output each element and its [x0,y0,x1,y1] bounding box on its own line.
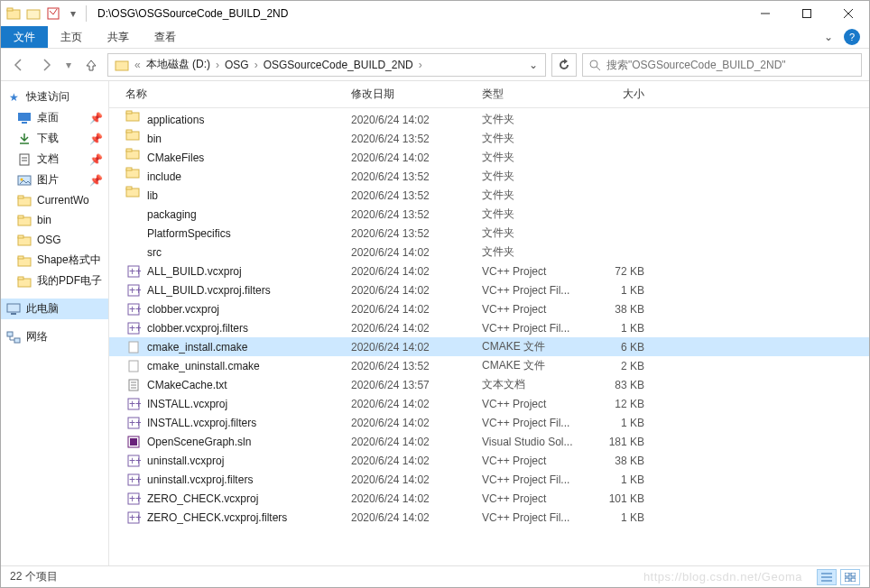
quick-access[interactable]: ★ 快速访问 [1,87,108,107]
ribbon-tab-share[interactable]: 共享 [95,26,142,48]
address-bar[interactable]: « 本地磁盘 (D:) › OSG › OSGSourceCode_BUILD_… [107,53,546,77]
file-type: CMAKE 文件 [482,339,581,354]
file-date: 2020/6/24 14:02 [351,492,482,505]
file-icon [125,378,142,392]
qat-properties-icon[interactable] [46,6,60,21]
up-button[interactable] [80,54,102,76]
column-name[interactable]: 名称 [125,87,351,102]
file-row[interactable]: ++INSTALL.vcxproj2020/6/24 14:02VC++ Pro… [109,394,869,413]
sidebar-item-label: Shape格式中 [37,253,101,268]
breadcrumb-chevron[interactable]: › [418,59,423,71]
file-icon: ++ [125,416,142,430]
file-row[interactable]: packaging2020/6/24 13:52文件夹 [109,205,869,224]
breadcrumb-item[interactable]: 本地磁盘 (D:) [143,57,213,72]
ribbon-tab-home[interactable]: 主页 [48,26,95,48]
file-row[interactable]: ++clobber.vcxproj.filters2020/6/24 14:02… [109,318,869,337]
breadcrumb-chevron[interactable]: › [254,59,259,71]
file-row[interactable]: ++uninstall.vcxproj.filters2020/6/24 14:… [109,470,869,489]
file-date: 2020/6/24 14:02 [351,455,482,467]
sidebar-item[interactable]: OSG [1,230,108,250]
file-list[interactable]: applications2020/6/24 14:02文件夹bin2020/6/… [109,108,869,565]
this-pc-icon [6,302,21,317]
search-input[interactable] [606,59,856,71]
svg-rect-2 [27,10,40,19]
file-row[interactable]: ++ZERO_CHECK.vcxproj2020/6/24 14:02VC++ … [109,489,869,508]
file-name: bin [147,133,351,145]
help-icon[interactable]: ? [844,29,860,45]
forward-button[interactable] [35,54,57,76]
column-type[interactable]: 类型 [482,87,581,102]
breadcrumb-icon[interactable] [112,58,132,72]
svg-rect-5 [803,10,811,18]
this-pc[interactable]: 此电脑 [1,299,108,319]
svg-rect-31 [14,338,20,343]
file-row[interactable]: src2020/6/24 14:02文件夹 [109,243,869,262]
file-row[interactable]: ++uninstall.vcxproj2020/6/24 14:02VC++ P… [109,451,869,470]
address-dropdown-icon[interactable]: ⌄ [525,59,541,71]
sidebar-item[interactable]: 图片📌 [1,170,108,190]
qat-folder-icon[interactable] [26,6,41,21]
file-row[interactable]: ++ZERO_CHECK.vcxproj.filters2020/6/24 14… [109,508,869,527]
file-row[interactable]: cmake_uninstall.cmake2020/6/24 13:52CMAK… [109,356,869,375]
column-date[interactable]: 修改日期 [351,87,482,102]
svg-rect-19 [18,196,23,198]
sidebar-item-label: 我的PDF电子 [37,273,102,289]
file-row[interactable]: cmake_install.cmake2020/6/24 14:02CMAKE … [109,337,869,356]
sidebar-item[interactable]: 桌面📌 [1,107,108,128]
ribbon: 文件 主页 共享 查看 ⌄ ? [1,26,869,49]
file-row[interactable]: lib2020/6/24 13:52文件夹 [109,186,869,205]
view-large-icons-button[interactable] [840,569,860,585]
breadcrumb-item[interactable]: OSGSourceCode_BUILD_2ND [261,59,416,71]
maximize-button[interactable] [786,1,828,26]
sidebar-item[interactable]: CurrentWo [1,190,108,210]
qat-dropdown-icon[interactable]: ▾ [66,6,80,21]
svg-rect-11 [18,113,31,121]
breadcrumb-item[interactable]: OSG [222,59,252,71]
search-box[interactable] [582,53,862,77]
file-row[interactable]: ++INSTALL.vcxproj.filters2020/6/24 14:02… [109,413,869,432]
navigation-pane: ★ 快速访问 桌面📌下载📌文档📌图片📌CurrentWobinOSGShape格… [1,81,109,565]
file-date: 2020/6/24 14:02 [351,152,482,164]
file-row[interactable]: CMakeCache.txt2020/6/24 13:57文本文档83 KB [109,375,869,394]
sidebar-item[interactable]: 下载📌 [1,128,108,149]
sidebar-item[interactable]: 文档📌 [1,149,108,170]
file-type: VC++ Project [482,492,581,505]
search-icon [588,59,601,71]
file-row[interactable]: PlatformSpecifics2020/6/24 13:52文件夹 [109,224,869,243]
ribbon-tab-file[interactable]: 文件 [1,26,48,48]
breadcrumb-chevron[interactable]: › [215,59,220,71]
file-size: 1 KB [581,322,653,335]
ribbon-tab-view[interactable]: 查看 [142,26,189,48]
sidebar-item[interactable]: Shape格式中 [1,250,108,271]
file-row[interactable]: ++ALL_BUILD.vcxproj2020/6/24 14:02VC++ P… [109,262,869,280]
file-row[interactable]: include2020/6/24 13:52文件夹 [109,167,869,186]
column-headers[interactable]: 名称 修改日期 类型 大小 [109,81,869,108]
svg-point-17 [21,178,23,180]
column-size[interactable]: 大小 [581,87,653,102]
file-row[interactable]: bin2020/6/24 13:52文件夹 [109,129,869,148]
file-row[interactable]: CMakeFiles2020/6/24 14:02文件夹 [109,148,869,167]
file-row[interactable]: applications2020/6/24 14:02文件夹 [109,110,869,129]
sidebar-item[interactable]: bin [1,210,108,230]
svg-rect-45 [126,168,132,170]
recent-dropdown-icon[interactable]: ▾ [62,54,75,76]
svg-rect-25 [18,256,23,259]
breadcrumb-chevron[interactable]: « [134,59,142,71]
back-button[interactable] [8,54,30,76]
file-row[interactable]: OpenSceneGraph.sln2020/6/24 14:02Visual … [109,432,869,451]
file-type: 文件夹 [482,150,581,165]
file-type: VC++ Project [482,398,581,410]
ribbon-expand-icon[interactable]: ⌄ [817,26,840,48]
file-name: cmake_uninstall.cmake [147,360,351,372]
network[interactable]: 网络 [1,326,108,347]
minimize-button[interactable] [745,1,786,26]
file-row[interactable]: ++clobber.vcxproj2020/6/24 14:02VC++ Pro… [109,299,869,318]
file-size: 12 KB [581,398,653,410]
file-row[interactable]: ++ALL_BUILD.vcxproj.filters2020/6/24 14:… [109,280,869,299]
file-icon: ++ [125,283,142,298]
sidebar-item[interactable]: 我的PDF电子 [1,271,108,291]
view-details-button[interactable] [817,569,837,585]
close-button[interactable] [828,1,869,26]
svg-text:++: ++ [129,417,141,429]
refresh-button[interactable] [551,53,577,77]
